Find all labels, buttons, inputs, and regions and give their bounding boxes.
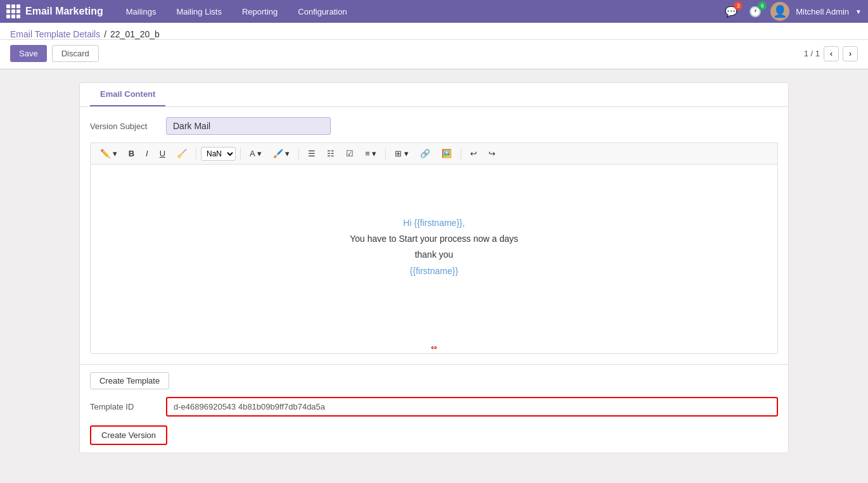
toolbar-sep3: [298, 148, 299, 160]
activity-icon[interactable]: 🕐 6: [746, 3, 764, 20]
template-id-label: Template ID: [90, 402, 160, 411]
toolbar-image-btn[interactable]: 🖼️: [437, 146, 456, 161]
editor-area[interactable]: Hi {{firstname}}, You have to Start your…: [90, 164, 778, 354]
toolbar-ol-btn[interactable]: ☷: [322, 146, 339, 161]
toolbar-ul-btn[interactable]: ☰: [303, 146, 320, 161]
toolbar-underline-btn[interactable]: U: [155, 146, 170, 161]
toolbar-italic-btn[interactable]: I: [141, 146, 153, 161]
chat-badge: 3: [734, 1, 743, 10]
nav-reporting[interactable]: Reporting: [238, 4, 281, 19]
topbar: Email Marketing Mailings Mailing Lists R…: [0, 0, 868, 23]
template-id-row: Template ID: [90, 397, 778, 417]
pagination-next[interactable]: ›: [843, 46, 858, 61]
version-subject-label: Version Subject: [90, 122, 160, 131]
create-template-button[interactable]: Create Template: [90, 372, 169, 389]
toolbar-check-btn[interactable]: ☑: [341, 146, 358, 161]
main-content: Email Content Version Subject ✏️ ▾ B I U…: [0, 70, 868, 466]
avatar[interactable]: 👤: [770, 2, 789, 21]
save-button[interactable]: Save: [10, 45, 47, 62]
editor-line2: You have to Start your process now a day…: [103, 231, 765, 247]
card-tabs: Email Content: [80, 83, 788, 107]
discard-button[interactable]: Discard: [52, 45, 99, 62]
template-id-input[interactable]: [166, 397, 778, 417]
version-subject-input[interactable]: [166, 117, 331, 135]
grid-icon: [6, 4, 20, 18]
editor-line4: {{firstname}}: [103, 263, 765, 279]
nav-configuration[interactable]: Configuration: [294, 4, 350, 19]
toolbar-font-color-btn[interactable]: A ▾: [245, 146, 266, 161]
pagination-prev[interactable]: ‹: [824, 46, 839, 61]
nav-mailings[interactable]: Mailings: [122, 4, 160, 19]
action-bar: Save Discard 1 / 1 ‹ ›: [0, 40, 868, 69]
toolbar-redo-btn[interactable]: ↪: [484, 146, 500, 161]
topbar-right: 💬 3 🕐 6 👤 Mitchell Admin ▼: [722, 2, 862, 21]
toolbar-align-btn[interactable]: ≡ ▾: [361, 146, 381, 161]
nav-mailing-lists[interactable]: Mailing Lists: [172, 4, 226, 19]
toolbar-sep1: [196, 148, 196, 160]
editor-line1: Hi {{firstname}},: [103, 215, 765, 231]
toolbar-font-size-select[interactable]: NaN: [201, 147, 236, 161]
app-brand[interactable]: Email Marketing: [6, 4, 103, 18]
action-buttons: Save Discard: [10, 45, 99, 62]
toolbar-link-btn[interactable]: 🔗: [416, 146, 435, 161]
toolbar-sep5: [461, 148, 461, 160]
breadcrumb-current: 22_01_20_b: [110, 29, 160, 39]
breadcrumb-separator: /: [104, 29, 106, 39]
card-body: Version Subject ✏️ ▾ B I U 🧹 NaN A ▾ 🖌️ …: [80, 107, 788, 364]
version-subject-row: Version Subject: [90, 117, 778, 135]
editor-resize-handle[interactable]: ⇔: [431, 343, 437, 352]
breadcrumb: Email Template Details / 22_01_20_b: [10, 29, 160, 39]
toolbar-table-btn[interactable]: ⊞ ▾: [390, 146, 413, 161]
app-name: Email Marketing: [25, 6, 103, 17]
toolbar-brush-btn[interactable]: ✏️ ▾: [96, 146, 122, 161]
breadcrumb-parent[interactable]: Email Template Details: [10, 29, 100, 39]
user-dropdown-icon[interactable]: ▼: [855, 8, 862, 15]
editor-toolbar: ✏️ ▾ B I U 🧹 NaN A ▾ 🖌️ ▾ ☰ ☷ ☑ ≡ ▾ ⊞ ▾: [90, 142, 778, 164]
breadcrumb-bar: Email Template Details / 22_01_20_b: [0, 23, 868, 40]
activity-badge: 6: [758, 1, 767, 10]
toolbar-sep2: [240, 148, 241, 160]
pagination: 1 / 1 ‹ ›: [804, 46, 858, 61]
card: Email Content Version Subject ✏️ ▾ B I U…: [79, 82, 789, 453]
toolbar-undo-btn[interactable]: ↩: [466, 146, 482, 161]
editor-content: Hi {{firstname}}, You have to Start your…: [103, 177, 765, 279]
pagination-info: 1 / 1: [804, 49, 820, 58]
editor-line3: thank you: [103, 247, 765, 263]
toolbar-bold-btn[interactable]: B: [124, 146, 139, 161]
user-name[interactable]: Mitchell Admin: [796, 7, 849, 16]
chat-icon[interactable]: 💬 3: [722, 3, 740, 20]
toolbar-sep4: [385, 148, 386, 160]
toolbar-clear-btn[interactable]: 🧹: [172, 146, 191, 161]
bottom-section: Create Template Template ID Create Versi…: [80, 364, 788, 453]
main-nav: Mailings Mailing Lists Reporting Configu…: [122, 4, 351, 19]
create-version-button[interactable]: Create Version: [90, 425, 167, 445]
toolbar-highlight-btn[interactable]: 🖌️ ▾: [269, 146, 295, 161]
tab-email-content[interactable]: Email Content: [90, 83, 165, 106]
